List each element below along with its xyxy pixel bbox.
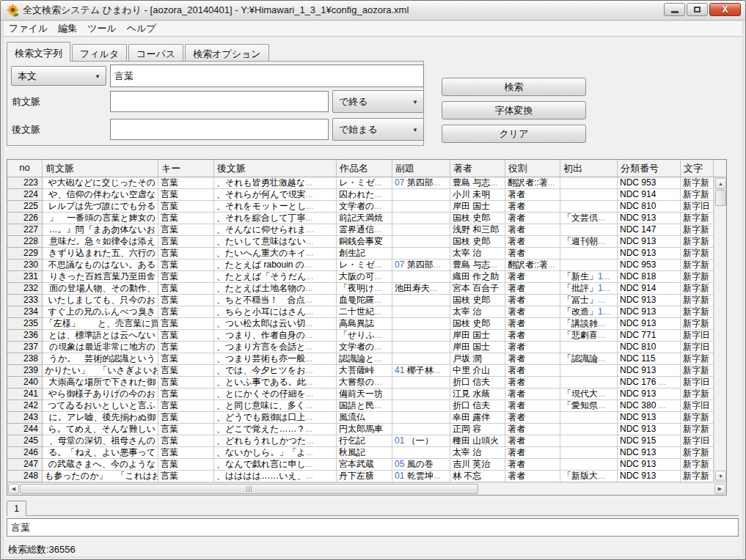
cell-role[interactable]: 著者 (505, 213, 560, 224)
close-button[interactable]: X (709, 3, 741, 16)
cell-author[interactable]: 折口 信夫 (450, 377, 505, 388)
cell-work[interactable]: 大阪の可... (337, 271, 392, 283)
cell-no[interactable]: 235 (7, 318, 43, 330)
cell-no[interactable]: 243 (7, 412, 43, 424)
result-row[interactable]: 244ら。てめえ、そんな難しい言葉、どこで覚えた……？...円太郎馬車正岡 容著… (7, 424, 714, 435)
cell-role[interactable]: 著者 (505, 201, 560, 213)
cell-moji[interactable]: 新字新 (681, 177, 714, 189)
cell-no[interactable]: 237 (7, 342, 43, 353)
cell-debut[interactable]: 「新生」1... (560, 271, 618, 283)
result-row[interactable]: 224や、信仰の伴わない空虚な言葉、それらが何んで現実...囚われた...小川 … (7, 189, 714, 201)
cell-pre[interactable]: きずり込まれた五、六行の (43, 248, 158, 259)
menu-tools[interactable]: ツール (82, 21, 122, 37)
cell-author[interactable]: 国枝 史郎 (450, 295, 505, 306)
cell-pre[interactable]: かりたい」 「いさぎよいお (43, 365, 158, 377)
cell-post[interactable]: 、どこで覚えた……？... (214, 424, 337, 435)
cell-post[interactable]: 、では、今夕ヒツをお... (214, 365, 337, 377)
restore-button[interactable] (687, 3, 708, 16)
cell-key[interactable]: 言葉 (158, 365, 214, 377)
result-row[interactable]: 242つてゐるおいとしいと言ふ言葉、と同じ意味に、多く...国語と民...折口 … (7, 400, 714, 412)
cell-post[interactable]: 、とにかくその仔細を... (214, 388, 337, 400)
cell-key[interactable]: 言葉 (158, 295, 214, 306)
cell-debut[interactable]: 「文芸倶... (560, 213, 618, 224)
cell-pre[interactable]: すぐ上の兄のふんべつ臭き (43, 306, 158, 318)
cell-subtitle[interactable] (392, 236, 450, 248)
result-row[interactable]: 225レルプは先づ誰にでも分る言葉、それをモットーとし...文学者の...岸田 … (7, 201, 714, 213)
result-row[interactable]: 236とは、標準語とは云へない言葉、つまり、作者自身の...「せりふ...岸田 … (7, 330, 714, 342)
cell-debut[interactable] (560, 412, 618, 424)
cell-pre[interactable]: とは、標準語とは云へない (43, 330, 158, 342)
cell-no[interactable]: 231 (7, 271, 43, 283)
cell-pre[interactable]: やら御様子ありげの今のお (43, 388, 158, 400)
cell-role[interactable]: 著者 (505, 400, 560, 412)
cell-work[interactable]: 前記天満焼 (337, 213, 392, 224)
cell-role[interactable]: 著者 (505, 318, 560, 330)
cell-no[interactable]: 226 (7, 213, 43, 224)
horizontal-scroll-thumb[interactable] (20, 484, 478, 494)
menu-edit[interactable]: 編集 (53, 21, 82, 37)
cell-pre[interactable]: 」 一番頭の言葉と婢女の (43, 213, 158, 224)
post-context-mode-select[interactable]: で始まる ▼ (332, 118, 424, 141)
cell-key[interactable]: 言葉 (158, 459, 214, 471)
cell-post[interactable]: 、なんで戯れ言に申し... (214, 459, 337, 471)
column-header-pre[interactable]: 前文脈 (43, 160, 158, 177)
cell-post[interactable]: 、つまり方言を会話と... (214, 342, 337, 353)
cell-debut[interactable]: 「現代大... (560, 388, 618, 400)
cell-no[interactable]: 227 (7, 224, 43, 236)
cell-pre[interactable]: 不思議なものはない。ある (43, 259, 158, 271)
cell-pre[interactable]: 意味だ。急々如律令は添え (43, 236, 158, 248)
cell-debut[interactable] (560, 259, 618, 271)
cell-role[interactable]: 著者 (505, 248, 560, 259)
cell-post[interactable]: 、たとえば「そうだん... (214, 271, 337, 283)
cell-ndc[interactable]: NDC 176 ... (618, 377, 681, 388)
cell-role[interactable]: 著者 (505, 236, 560, 248)
scroll-right-button[interactable]: ▶ (714, 484, 725, 494)
cell-author[interactable]: 折口 信夫 (450, 400, 505, 412)
cell-moji[interactable]: 新字新 (681, 459, 714, 471)
cell-role[interactable]: 著者 (505, 224, 560, 236)
cell-author[interactable]: 種田 山頭火 (450, 435, 505, 447)
cell-author[interactable]: 岸田 国士 (450, 201, 505, 213)
cell-ndc[interactable]: NDC 913 (618, 459, 681, 471)
tab-corpus[interactable]: コーパス (128, 44, 183, 62)
cell-subtitle[interactable] (392, 400, 450, 412)
cell-ndc[interactable]: NDC 771 (618, 330, 681, 342)
cell-author[interactable]: 吉川 英治 (450, 459, 505, 471)
cell-post[interactable]: 、それをモットーとし... (214, 201, 337, 213)
cell-moji[interactable]: 新字新 (681, 283, 714, 295)
cell-work[interactable]: 円太郎馬車 (337, 424, 392, 435)
column-header-role[interactable]: 役割 (505, 160, 560, 177)
cell-role[interactable]: 著者 (505, 471, 560, 482)
cell-moji[interactable]: 新字新 (681, 424, 714, 435)
cell-subtitle[interactable] (392, 377, 450, 388)
cell-post[interactable]: 、たとえば土地名物の... (214, 283, 337, 295)
result-row[interactable]: 233いたしましても、只今のお言葉、ちと不穏当！ 合点...血曼陀羅...国枝 … (7, 295, 714, 306)
cell-post[interactable]: 、それを綜合して丁寧... (214, 213, 337, 224)
cell-role[interactable]: 著者 (505, 353, 560, 365)
cell-author[interactable]: 中里 介山 (450, 365, 505, 377)
cell-key[interactable]: 言葉 (158, 400, 214, 412)
cell-author[interactable]: 国枝 史郎 (450, 213, 505, 224)
cell-post[interactable]: 、といふ事である。此... (214, 377, 337, 388)
cell-ndc[interactable]: NDC 913 (618, 424, 681, 435)
keyword-input[interactable] (110, 65, 424, 87)
cell-post[interactable]: 、たいへん重大のキイ... (214, 248, 337, 259)
cell-moji[interactable]: 新字新 (681, 259, 714, 271)
cell-role[interactable]: 翻訳者::著... (505, 259, 560, 271)
cell-subtitle[interactable] (392, 248, 450, 259)
cell-debut[interactable] (560, 377, 618, 388)
cell-moji[interactable]: 新字新 (681, 224, 714, 236)
cell-post[interactable]: 、つまり、作者自身の... (214, 330, 337, 342)
cell-moji[interactable]: 新字新 (681, 295, 714, 306)
cell-work[interactable]: 宮本武蔵 (337, 459, 392, 471)
cell-debut[interactable]: 「週刊朝... (560, 236, 618, 248)
cell-work[interactable]: 行乞記 (337, 435, 392, 447)
cell-debut[interactable] (560, 447, 618, 459)
cell-pre[interactable]: レルプは先づ誰にでも分る (43, 201, 158, 213)
result-row[interactable]: 237の現象は最近非常に地方の言葉、つまり方言を会話と...文学者の...岸田 … (7, 342, 714, 353)
cell-role[interactable]: 著者 (505, 342, 560, 353)
tab-search-string[interactable]: 検索文字列 (7, 42, 70, 62)
cell-subtitle[interactable] (392, 318, 450, 330)
cell-subtitle[interactable] (392, 447, 450, 459)
cell-pre[interactable]: うか。 芸術的認識という (43, 353, 158, 365)
